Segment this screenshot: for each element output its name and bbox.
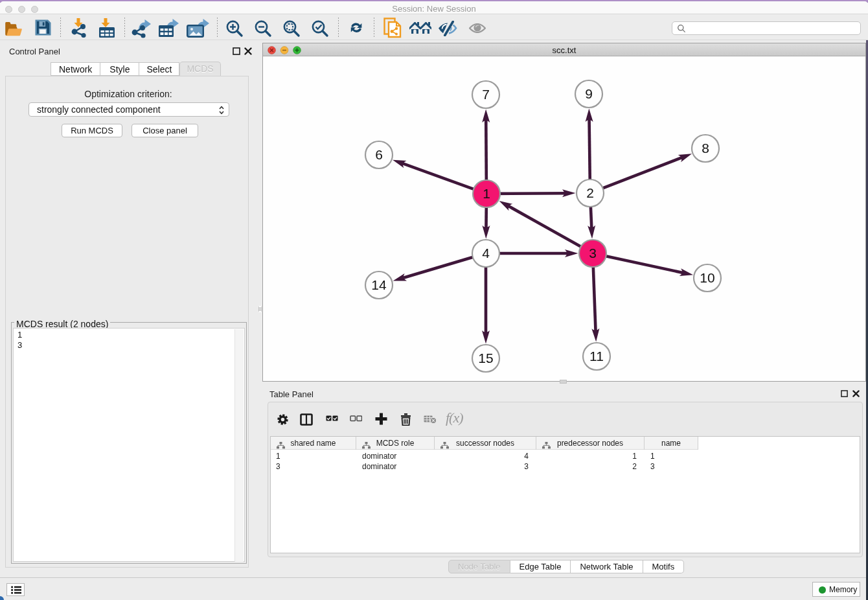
- svg-text:7: 7: [482, 87, 490, 102]
- svg-text:1: 1: [483, 186, 490, 201]
- svg-text:8: 8: [702, 141, 709, 156]
- svg-text:4: 4: [482, 246, 490, 260]
- svg-text:14: 14: [371, 277, 387, 292]
- svg-text:2: 2: [586, 185, 594, 200]
- svg-text:9: 9: [585, 86, 593, 101]
- svg-text:3: 3: [589, 246, 597, 260]
- svg-text:11: 11: [589, 349, 604, 363]
- svg-text:15: 15: [478, 351, 493, 365]
- svg-text:6: 6: [375, 147, 383, 162]
- svg-text:10: 10: [700, 270, 714, 285]
